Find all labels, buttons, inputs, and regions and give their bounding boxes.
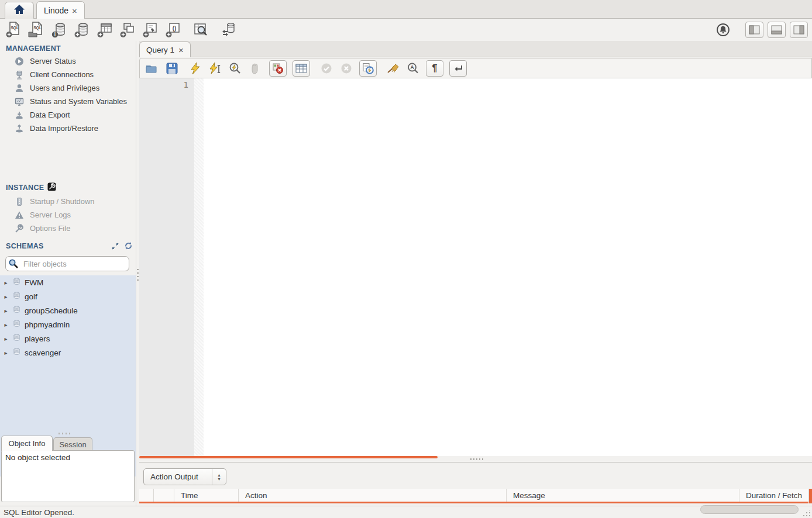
execute-current-statement-icon[interactable] bbox=[208, 61, 222, 75]
execute-icon[interactable] bbox=[188, 61, 202, 75]
sidebar-item-users-privileges[interactable]: Users and Privileges bbox=[0, 81, 136, 95]
close-icon[interactable]: × bbox=[72, 6, 77, 15]
create-table-icon[interactable] bbox=[96, 20, 113, 39]
expand-arrow-icon[interactable]: ▸ bbox=[3, 308, 9, 314]
wrap-text-button[interactable] bbox=[449, 60, 467, 77]
invisible-characters-button[interactable]: ¶ bbox=[426, 60, 443, 77]
create-procedure-icon[interactable] bbox=[142, 20, 159, 39]
schema-row-fwm[interactable]: ▸ FWM bbox=[0, 275, 136, 289]
tab-session[interactable]: Session bbox=[53, 437, 92, 451]
create-schema-icon[interactable] bbox=[73, 20, 91, 39]
rollback-icon[interactable] bbox=[339, 61, 353, 75]
toggle-left-panel-button[interactable] bbox=[745, 22, 763, 38]
system-variables-icon bbox=[14, 97, 25, 106]
schema-row-groupschedule[interactable]: ▸ groupSchedule bbox=[0, 303, 136, 317]
beautify-icon[interactable] bbox=[386, 61, 400, 75]
output-selector[interactable]: Action Output ▴ ▾ bbox=[143, 468, 226, 485]
open-sql-script-icon[interactable]: SQL bbox=[27, 20, 45, 39]
toggle-stop-on-error-button[interactable] bbox=[269, 60, 287, 77]
sidebar-item-client-connections[interactable]: Client Connections bbox=[0, 68, 136, 81]
query-tab[interactable]: Query 1 × bbox=[139, 42, 191, 57]
column-header-status[interactable] bbox=[139, 489, 154, 502]
schema-filter-input[interactable] bbox=[5, 256, 129, 271]
expand-arrow-icon[interactable]: ▸ bbox=[3, 336, 9, 342]
notification-bell-icon[interactable] bbox=[715, 22, 731, 37]
column-header-action[interactable]: Action bbox=[239, 489, 507, 502]
admin-wrench-badge-icon bbox=[47, 182, 56, 193]
navigator-sidebar: MANAGEMENT Server Status Client Connecti… bbox=[0, 41, 136, 506]
expand-arrow-icon[interactable]: ▸ bbox=[3, 279, 9, 286]
toggle-result-grid-button[interactable] bbox=[293, 60, 310, 77]
schema-row-phpmyadmin[interactable]: ▸ phpmyadmin bbox=[0, 317, 136, 331]
sidebar-item-label: Options File bbox=[30, 224, 70, 233]
new-sql-tab-icon[interactable]: SQL bbox=[5, 20, 22, 39]
close-icon[interactable]: × bbox=[178, 46, 184, 54]
sidebar-item-label: Data Import/Restore bbox=[30, 124, 98, 133]
sync-database-icon[interactable] bbox=[219, 20, 237, 39]
sidebar-item-startup-shutdown[interactable]: Startup / Shutdown bbox=[0, 195, 136, 208]
sidebar-item-label: Client Connections bbox=[30, 70, 94, 79]
sidebar-item-system-variables[interactable]: Status and System Variables bbox=[0, 95, 136, 108]
schema-row-scavenger[interactable]: ▸ scavenger bbox=[0, 346, 136, 360]
schema-row-golf[interactable]: ▸ golf bbox=[0, 289, 136, 303]
management-section: MANAGEMENT Server Status Client Connecti… bbox=[0, 42, 136, 135]
sidebar-splitter-handle[interactable] bbox=[59, 433, 73, 434]
column-header-message[interactable]: Message bbox=[507, 489, 739, 502]
sidebar-item-label: Server Logs bbox=[30, 210, 71, 219]
create-view-icon[interactable] bbox=[119, 20, 136, 39]
expand-arrow-icon[interactable]: ▸ bbox=[3, 350, 9, 356]
spinner-icons[interactable]: ▴ ▾ bbox=[212, 469, 226, 485]
column-header-time[interactable]: Time bbox=[174, 489, 239, 502]
pilcrow-icon: ¶ bbox=[432, 63, 438, 74]
instance-title: INSTANCE bbox=[6, 184, 44, 192]
object-info-panel: No object selected bbox=[1, 450, 135, 502]
column-header-index[interactable] bbox=[154, 489, 174, 502]
sidebar-item-server-logs[interactable]: Server Logs bbox=[0, 208, 136, 222]
refresh-icon[interactable] bbox=[123, 241, 133, 251]
query-tab-label: Query 1 bbox=[146, 46, 174, 54]
search-data-icon[interactable] bbox=[192, 20, 209, 39]
sidebar-item-data-export[interactable]: Data Export bbox=[0, 108, 136, 122]
expand-arrow-icon[interactable]: ▸ bbox=[3, 322, 9, 328]
users-icon bbox=[14, 84, 25, 93]
create-function-icon[interactable]: () bbox=[164, 20, 182, 39]
query-tabbar: Query 1 × bbox=[139, 41, 812, 57]
server-box-icon bbox=[14, 197, 25, 206]
connection-tab[interactable]: Linode × bbox=[36, 1, 85, 19]
stop-execution-icon[interactable] bbox=[248, 61, 262, 75]
action-output-panel: Action Output ▴ ▾ Time Action Message Du… bbox=[139, 463, 812, 506]
toggle-bottom-panel-button[interactable] bbox=[768, 22, 786, 38]
schema-icon bbox=[12, 305, 21, 316]
schema-name: phpmyadmin bbox=[25, 320, 70, 329]
commit-icon[interactable] bbox=[319, 61, 333, 75]
schema-inspector-icon[interactable]: i bbox=[50, 20, 68, 39]
sidebar-item-label: Startup / Shutdown bbox=[30, 197, 95, 206]
status-text: SQL Editor Opened. bbox=[4, 508, 74, 517]
home-tab[interactable] bbox=[5, 2, 34, 19]
editor-horizontal-scrollbar[interactable] bbox=[139, 456, 438, 458]
home-icon bbox=[13, 4, 26, 18]
grid-header-underline bbox=[139, 502, 808, 503]
toggle-right-panel-button[interactable] bbox=[790, 22, 808, 38]
output-vertical-scrollbar[interactable] bbox=[809, 489, 812, 503]
find-icon[interactable]: A bbox=[406, 61, 420, 75]
toggle-autocommit-button[interactable] bbox=[359, 60, 377, 77]
sql-code-editor[interactable]: 1 bbox=[139, 78, 812, 456]
expand-arrow-icon[interactable]: ▸ bbox=[3, 293, 9, 300]
bottom-horizontal-scrollbar[interactable] bbox=[700, 505, 799, 514]
schema-icon bbox=[12, 333, 21, 344]
sidebar-item-server-status[interactable]: Server Status bbox=[0, 54, 136, 68]
editor-text-area[interactable] bbox=[204, 78, 812, 456]
window-resize-grip[interactable] bbox=[803, 510, 811, 517]
open-file-icon[interactable] bbox=[145, 61, 159, 75]
splitter-grip bbox=[470, 458, 483, 460]
column-header-duration[interactable]: Duration / Fetch bbox=[739, 489, 808, 502]
save-icon[interactable] bbox=[165, 61, 179, 75]
sidebar-item-options-file[interactable]: Options File bbox=[0, 222, 136, 235]
editor-output-splitter[interactable] bbox=[139, 462, 812, 462]
tab-object-info[interactable]: Object Info bbox=[1, 436, 53, 451]
sidebar-item-data-import[interactable]: Data Import/Restore bbox=[0, 122, 136, 135]
schema-row-players[interactable]: ▸ players bbox=[0, 331, 136, 346]
explain-plan-icon[interactable] bbox=[228, 61, 242, 75]
expand-panel-icon[interactable] bbox=[110, 241, 121, 251]
